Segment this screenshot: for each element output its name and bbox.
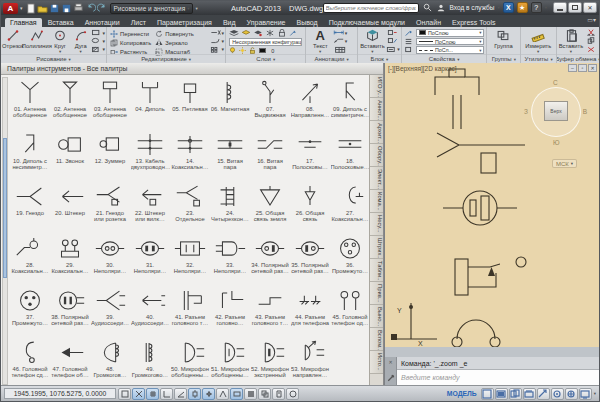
palette-item[interactable]: 33. Неполяри…	[210, 234, 250, 286]
ribbon-tab-лист[interactable]: Лист	[126, 18, 151, 27]
command-close-icon[interactable]: ✕	[388, 359, 392, 365]
palette-item[interactable]: 07. Выдвижная	[250, 78, 290, 130]
palette-item[interactable]: 48. Громкогов…	[90, 338, 130, 387]
favorites-icon[interactable]: ★	[517, 2, 528, 13]
sc-icon[interactable]	[286, 388, 299, 400]
paste-button[interactable]: Вставить▾	[558, 28, 584, 54]
qp-icon[interactable]	[272, 388, 285, 400]
palette-item[interactable]: 13. Кабель двухпроводн…	[130, 130, 170, 182]
properties-list-icon[interactable]	[404, 38, 414, 45]
palette-item[interactable]: 44. Разъем для телефона	[290, 286, 330, 338]
grid-icon[interactable]	[146, 388, 159, 400]
open-file-icon[interactable]	[37, 3, 48, 14]
signin-user-icon[interactable]	[436, 2, 447, 13]
palette-item[interactable]: 08. Направленн…	[290, 78, 330, 130]
palette-item[interactable]: 32. Неполяри…	[170, 234, 210, 286]
ribbon-tab-управление[interactable]: Управление	[242, 18, 291, 27]
clean-screen-icon[interactable]	[579, 388, 592, 400]
rotate-button[interactable]: Повернуть	[155, 30, 194, 38]
panel-utils-title[interactable]: Утилиты▾	[521, 54, 556, 63]
command-history-line[interactable]: Команда: '_.zoom _e	[397, 357, 599, 370]
palette-item[interactable]: 01. Антенна обобщенное	[10, 78, 50, 130]
wrench-icon[interactable]	[386, 374, 395, 383]
palette-tab[interactable]: Прив...	[370, 282, 383, 305]
close-button[interactable]: ✕	[583, 2, 597, 13]
sun-icon[interactable]	[239, 47, 246, 54]
table-tool-icon[interactable]	[333, 46, 347, 53]
palette-item[interactable]: 23. Отдельное соединение…	[170, 182, 210, 234]
move-button[interactable]: Перенести	[110, 30, 151, 38]
palette-item[interactable]: 20. Штекер	[50, 182, 90, 234]
palette-tab[interactable]: Элект...	[370, 167, 383, 190]
layer-properties-icon[interactable]	[229, 29, 239, 37]
lineweight-combo[interactable]: ПоСлою▾	[416, 38, 484, 46]
infer-icon[interactable]	[118, 388, 131, 400]
annotation-visibility-icon[interactable]	[551, 388, 564, 400]
palette-item[interactable]: 27. Коаксиальн…	[330, 182, 370, 234]
copy-button[interactable]: Копировать	[110, 39, 151, 47]
palette-item[interactable]: 24. Четырехкон…	[210, 182, 250, 234]
plot-icon[interactable]	[73, 3, 84, 14]
palette-item[interactable]: 05. Петлевая	[170, 78, 210, 130]
quickview-drawings-icon[interactable]	[523, 388, 536, 400]
save-icon[interactable]	[49, 3, 60, 14]
palette-item[interactable]: 16. Витая пара	[250, 130, 290, 182]
panel-annotation-title[interactable]: Аннотации▾	[306, 54, 357, 63]
help-dropdown-icon[interactable]: ▾	[545, 5, 547, 10]
palette-item[interactable]: 11. Звонок	[50, 130, 90, 182]
insert-block-button[interactable]: Вставить▾	[359, 28, 386, 54]
palette-item[interactable]: 15. Витая пара	[210, 130, 250, 182]
palette-item[interactable]: 03. Антенна обобщенное	[90, 78, 130, 130]
bulb-on-icon[interactable]	[229, 47, 236, 54]
workspace-switcher[interactable]: Рисование и аннотация ▾	[110, 3, 194, 14]
unlock-icon[interactable]	[249, 47, 256, 54]
redo-icon[interactable]	[97, 3, 108, 14]
ellipse-tool-icon[interactable]: ▾	[91, 37, 105, 44]
ribbon-tab-аннотации[interactable]: Аннотации	[80, 18, 125, 27]
palette-item[interactable]: 45. Головной телефон од…	[330, 286, 370, 338]
palette-item[interactable]: 35. Полярный сетевой раз…	[290, 234, 330, 286]
edit-block-icon[interactable]	[386, 37, 400, 44]
measure-button[interactable]: Измерить▾	[522, 28, 554, 54]
linetype-combo[interactable]: ПоСл...▾	[416, 46, 484, 54]
search-icon[interactable]	[422, 2, 433, 13]
panel-properties-title[interactable]: Свойства▾	[402, 54, 486, 63]
palette-item[interactable]: 53. Микрофон направлен…	[290, 338, 330, 387]
palette-item[interactable]: 30. Неполяри…	[90, 234, 130, 286]
save-as-icon[interactable]	[61, 3, 72, 14]
palette-tab[interactable]: Штрих...	[370, 236, 383, 259]
palette-item[interactable]: 28. Коаксиальн…	[10, 234, 50, 286]
panel-clipboard-title[interactable]: Буфер обмена▾	[557, 54, 599, 63]
palette-item[interactable]: 43. Разъем головного т…	[250, 286, 290, 338]
array-tool-icon[interactable]: ▾	[210, 46, 224, 53]
palette-tab[interactable]: ИГО у...	[370, 75, 383, 98]
palette-item[interactable]: 04. Диполь	[130, 78, 170, 130]
cut-icon[interactable]	[584, 29, 598, 36]
layout-model-icon[interactable]	[481, 388, 494, 400]
command-input[interactable]: Введите команду	[397, 370, 599, 385]
polyline-button[interactable]: Полилиния	[24, 28, 50, 54]
ribbon-tab-вставка[interactable]: Вставка	[43, 18, 79, 27]
block-attrib-icon[interactable]: ▾	[386, 46, 400, 53]
panel-edit-title[interactable]: Редактирование▾	[107, 54, 225, 63]
ribbon-tab-вид[interactable]: Вид	[218, 18, 241, 27]
signin-dropdown-icon[interactable]: ▾	[497, 5, 499, 10]
matchprops-icon[interactable]	[404, 30, 414, 37]
panel-groups-title[interactable]: Группы▾	[487, 54, 520, 63]
panel-block-title[interactable]: Блок▾	[358, 54, 401, 63]
layer-freeze-icon[interactable]	[265, 29, 275, 37]
palette-item[interactable]: 38. Полярный сетевой раз…	[50, 286, 90, 338]
osnap-icon[interactable]	[188, 388, 201, 400]
ribbon-tab-онлайн[interactable]: Онлайн	[411, 18, 446, 27]
palette-item[interactable]: 12. Зуммер	[90, 130, 130, 182]
group-button[interactable]: Группа	[488, 28, 518, 54]
ribbon-tab-подключаемые-модули[interactable]: Подключаемые модули	[324, 18, 410, 27]
palette-tab[interactable]: Кома...	[370, 190, 383, 213]
otrack-icon[interactable]	[202, 388, 215, 400]
model-viewport[interactable]: [-][Верхняя][2D каркас] – ▫ ✕ С Ю З В Ве…	[385, 63, 599, 347]
palette-item[interactable]: 22. Штекер или вилк…	[130, 182, 170, 234]
help-icon[interactable]: ?	[531, 2, 542, 13]
palette-tab[interactable]: Архит...	[370, 121, 383, 144]
circle-button[interactable]: Круг▾	[50, 28, 71, 54]
layout-icon[interactable]	[495, 388, 508, 400]
